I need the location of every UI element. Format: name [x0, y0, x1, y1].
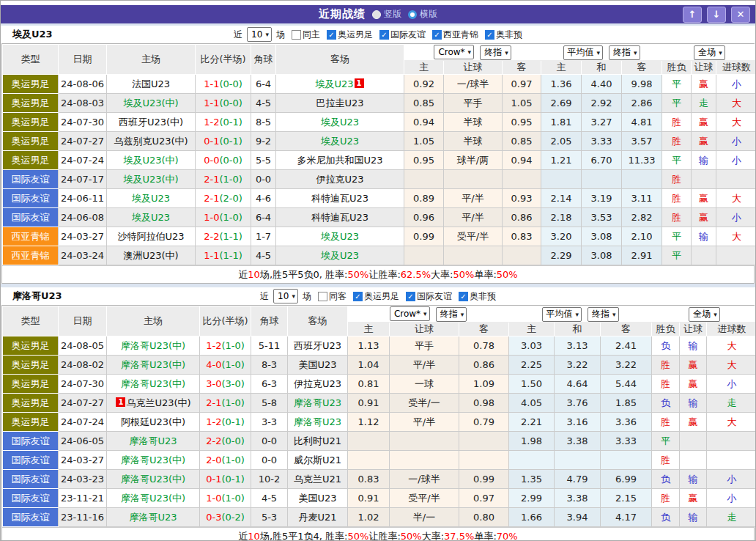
chevron-down-icon: ▾ [468, 48, 472, 56]
asian-away-odds: 0.95 [503, 113, 541, 132]
move-down-button[interactable]: ↓ [707, 7, 726, 23]
score-cell: 1-1(0-0) [196, 94, 251, 113]
league-filter-checkbox[interactable]: ✓ [432, 30, 442, 40]
result-goals: 走 [707, 394, 756, 413]
recent-count-select[interactable]: 10▾ [247, 27, 272, 42]
league-filter-checkbox[interactable]: ✓ [379, 30, 389, 40]
league-filter-checkbox[interactable]: ✓ [459, 292, 468, 301]
date-cell: 24-08-03 [59, 94, 107, 113]
fulltime-scope-select[interactable]: 全场▾ [689, 307, 720, 322]
corner-cell: 9-2 [251, 132, 276, 151]
chevron-down-icon: ▾ [292, 292, 295, 300]
result-outcome: 胜 [652, 413, 680, 432]
result-handicap [680, 432, 707, 451]
euro-draw-odds: 3.22 [555, 356, 601, 375]
asian-away-odds: 0.99 [459, 470, 509, 489]
halftime-score: (2-0) [219, 193, 242, 204]
asian-final-index-select[interactable]: 终指▾ [480, 45, 511, 60]
league-filter-label: 国际友谊 [417, 290, 452, 303]
score-cell: 3-0(3-0) [200, 375, 251, 394]
same-venue-checkbox[interactable] [292, 30, 301, 40]
bookmaker-select[interactable]: Crow*▾ [434, 45, 474, 59]
result-handicap: 赢 [692, 75, 716, 94]
league-filter-checkbox[interactable]: ✓ [406, 292, 415, 301]
euro-away-odds: 4.17 [601, 508, 652, 527]
euro-final-index-select[interactable]: 终指▾ [609, 45, 640, 60]
euro-average-select[interactable]: 平均值▾ [542, 307, 582, 322]
euro-home-odds: 1.35 [509, 470, 555, 489]
section-header: 摩洛哥U23近10▾场同客✓奥运男足✓国际友谊✓奥非预 [1, 287, 755, 305]
euro-home-odds: 1.81 [541, 113, 582, 132]
euro-away-odds: 3.33 [601, 432, 652, 451]
halftime-score: (1-0) [221, 359, 244, 370]
asian-home-odds: 1.12 [348, 413, 390, 432]
league-filter-checkbox[interactable]: ✓ [353, 292, 363, 301]
euro-average-select-value: 平均值 [546, 308, 573, 320]
asian-handicap: 一/球半 [390, 470, 459, 489]
asian-handicap: 半/一 [390, 508, 459, 527]
fulltime-score: 0-3 [206, 512, 221, 523]
recent-count-select[interactable]: 10▾ [273, 289, 298, 303]
layout-option-horizontal[interactable]: 横版 [408, 8, 437, 21]
summary-text: 50% [347, 269, 368, 280]
date-cell: 24-06-11 [59, 189, 107, 208]
away-team-cell: 摩洛哥U23 [288, 413, 348, 432]
home-team-cell: 埃及U23(中) [107, 151, 196, 170]
euro-final-index-select[interactable]: 终指▾ [588, 307, 619, 322]
fulltime-scope-select[interactable]: 全场▾ [694, 45, 725, 60]
results-table: 类型日期主场比分(半场)角球客场Crow*▾终指▾平均值▾终指▾全场▾主让球客主… [2, 306, 756, 527]
column-header: 主 [541, 61, 582, 75]
asian-final-index-select-value: 终指 [484, 46, 502, 59]
league-filter-label: 国际友谊 [390, 29, 426, 41]
corner-cell: 5-11 [251, 336, 288, 356]
asian-home-odds [404, 246, 444, 265]
fulltime-score: 1-0 [206, 493, 221, 504]
summary-text: 单率: [474, 530, 496, 541]
euro-home-odds [541, 170, 582, 189]
euro-average-select[interactable]: 平均值▾ [563, 45, 604, 60]
score-cell: 2-2(0-0) [200, 432, 251, 451]
vertical-layout-label: 竖版 [384, 8, 401, 21]
result-goals: 小 [707, 489, 756, 508]
league-filter-checkbox[interactable]: ✓ [485, 30, 494, 40]
halftime-score: (3-0) [221, 378, 244, 389]
same-venue-checkbox[interactable] [318, 292, 327, 301]
team-name: 埃及U23 [321, 250, 359, 261]
column-header: 比分(半场) [200, 306, 251, 336]
score-cell: 1-2(0-1) [196, 113, 251, 132]
league-filter-label: 奥非预 [470, 290, 496, 303]
date-cell: 23-11-16 [59, 508, 107, 527]
chevron-down-icon: ▾ [265, 31, 269, 38]
date-cell: 24-07-17 [59, 170, 107, 189]
close-button[interactable]: ✕ [731, 7, 750, 23]
column-header: 让球 [444, 61, 503, 75]
asian-final-index-select[interactable]: 终指▾ [436, 307, 467, 322]
away-team-cell: 西班牙U23 [288, 336, 348, 356]
layout-option-vertical[interactable]: 竖版 [372, 8, 401, 21]
home-team-cell: 摩洛哥U23 [107, 508, 200, 527]
team-name: 埃及U23 [132, 193, 170, 204]
summary-text: 50% [497, 269, 518, 280]
team-name: 伊拉克U23 [316, 174, 363, 185]
asian-away-odds: 0.79 [459, 413, 509, 432]
asian-away-odds [459, 432, 509, 451]
fulltime-score: 3-0 [206, 378, 221, 389]
team-name: 沙特阿拉伯U23 [117, 231, 184, 242]
asian-handicap [444, 246, 503, 265]
recent-count-value: 10 [251, 29, 262, 40]
league-filter-label: 奥运男足 [364, 290, 399, 303]
filter-bar: 近10▾场同客✓奥运男足✓国际友谊✓奥非预 [259, 289, 497, 303]
home-team-cell: 1乌克兰U23(中) [107, 394, 200, 413]
league-filter-checkbox[interactable]: ✓ [327, 30, 336, 40]
bookmaker-select[interactable]: Crow*▾ [390, 306, 430, 321]
move-up-button[interactable]: ↑ [683, 7, 702, 23]
corner-cell: 4-5 [251, 246, 276, 265]
away-team-cell: 多米尼加共和国U23 [276, 151, 404, 170]
result-handicap: 赢 [692, 189, 716, 208]
competition-cell: 国际友谊 [3, 170, 59, 189]
column-header: 主 [404, 61, 444, 75]
match-row: 奥运男足24-08-02摩洛哥U23(中)4-0(1-0)8-3美国U231.0… [3, 356, 756, 375]
asian-handicap: 平/半 [390, 356, 459, 375]
euro-home-odds: 2.05 [541, 132, 582, 151]
halftime-score: (0-0) [219, 97, 242, 108]
